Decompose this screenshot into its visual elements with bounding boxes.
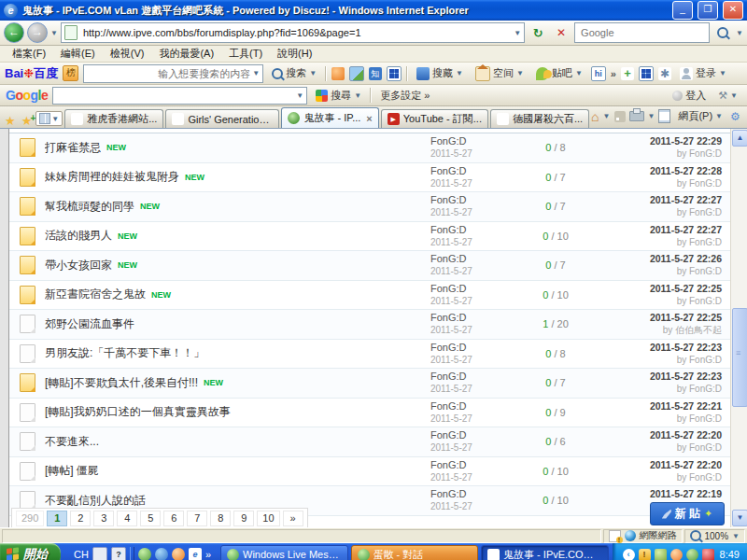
thread-title-link[interactable]: 新亞書院宿舍之鬼故	[45, 287, 146, 302]
thread-title-link[interactable]: 幫我梳頭髮的同學	[45, 199, 134, 215]
lastpost-time-link[interactable]: 2011-5-27 22:23	[599, 342, 722, 354]
lastpost-author-link[interactable]: by FonG:D	[599, 471, 722, 483]
lastpost-time-link[interactable]: 2011-5-27 22:20	[599, 459, 722, 471]
page-button[interactable]: 7	[187, 511, 207, 526]
thread-author-link[interactable]: FonG:D	[430, 224, 513, 236]
apps-grid-icon[interactable]	[387, 66, 402, 81]
thread-title-link[interactable]: 不要進來...	[45, 434, 99, 450]
thread-title-link[interactable]: 男朋友說:「千萬不要下車！！」	[45, 345, 204, 361]
thread-title-link[interactable]: 帶小女孩回家	[45, 258, 112, 273]
browser-tab[interactable]: 鬼故事 - IP... ×	[281, 107, 378, 128]
menu-item[interactable]: 檢視(V)	[104, 46, 151, 62]
lastpost-author-link[interactable]: by FonG:D	[599, 383, 722, 395]
google-search-button[interactable]: 搜尋▼	[312, 87, 365, 105]
page-button[interactable]: 4	[117, 511, 137, 526]
quicklaunch-overflow-icon[interactable]: »	[205, 549, 211, 560]
search-options-icon[interactable]: ▼	[736, 29, 743, 37]
tray-icon[interactable]: !	[639, 549, 651, 560]
lastpost-author-link[interactable]: by FonG:D	[599, 177, 722, 189]
refresh-button[interactable]: ↻	[528, 22, 548, 43]
quick-tabs-button[interactable]: ▼	[35, 111, 63, 126]
lastpost-time-link[interactable]: 2011-5-27 22:20	[599, 429, 722, 441]
url-dropdown-icon[interactable]: ▼	[514, 29, 521, 37]
forward-button[interactable]: →	[27, 22, 48, 43]
page-button[interactable]: 2	[70, 511, 91, 526]
thread-title-link[interactable]: [轉帖] 僵屍	[45, 463, 99, 479]
lastpost-time-link[interactable]: 2011-5-27 22:21	[599, 400, 722, 413]
menu-item[interactable]: 檔案(F)	[6, 46, 52, 62]
thread-author-link[interactable]: FonG:D	[430, 429, 513, 441]
browser-tab[interactable]: Girls' Generation... ×	[165, 109, 279, 128]
thread-author-link[interactable]: FonG:D	[430, 459, 513, 471]
lastpost-time-link[interactable]: 2011-5-27 22:28	[599, 165, 722, 177]
thread-title-link[interactable]: 活該的賤男人	[45, 228, 112, 244]
lastpost-author-link[interactable]: by FonG:D	[599, 441, 722, 454]
lastpost-time-link[interactable]: 2011-5-27 22:27	[599, 224, 722, 236]
favorites-star-icon[interactable]: ★	[3, 114, 18, 128]
lastpost-author-link[interactable]: by FonG:D	[599, 413, 722, 425]
thread-title-link[interactable]: 郊野公園流血事件	[45, 316, 134, 332]
page-button[interactable]: 8	[210, 511, 231, 526]
baidu-rank-icon[interactable]: 榜	[63, 65, 78, 81]
quicklaunch-icon-3[interactable]	[172, 548, 185, 560]
scroll-up-icon[interactable]: ▲	[732, 130, 747, 147]
lastpost-time-link[interactable]: 2011-5-27 22:19	[599, 488, 722, 500]
baidu-search-dropdown-icon[interactable]: ▼	[252, 69, 260, 77]
add-plus-icon[interactable]: +	[621, 67, 634, 80]
page-button[interactable]: 1	[47, 511, 67, 526]
lastpost-time-link[interactable]: 2011-5-27 22:26	[599, 253, 722, 265]
stop-button[interactable]: ✕	[551, 22, 571, 43]
page-button[interactable]: 3	[93, 511, 114, 526]
lastpost-author-link[interactable]: by 伯伯鳥不起	[599, 324, 722, 336]
page-button[interactable]: 10	[257, 511, 279, 526]
baidu-login-button[interactable]: 登录▼	[676, 64, 730, 82]
taskbar-button[interactable]: 蛋散 - 對話	[351, 545, 479, 560]
thread-author-link[interactable]: FonG:D	[430, 253, 513, 265]
taskbar-button[interactable]: 鬼故事 - IPvE.COM v...	[481, 545, 609, 560]
browser-tab[interactable]: 德國屠殺六百... ×	[490, 109, 589, 128]
zoom-panel[interactable]: 100% ▼	[684, 529, 746, 543]
lastpost-time-link[interactable]: 2011-5-27 22:27	[599, 194, 722, 206]
menu-item[interactable]: 我的最愛(A)	[152, 46, 220, 62]
thread-title-link[interactable]: 打麻雀禁忌	[45, 140, 101, 156]
lastpost-author-link[interactable]: by FonG:D	[599, 354, 722, 366]
google-wrench-button[interactable]: ⚒▼	[714, 88, 741, 104]
google-search-input[interactable]	[579, 26, 705, 39]
tray-icon[interactable]: ‹	[623, 549, 635, 560]
baidu-search-input[interactable]	[87, 67, 252, 80]
page-button[interactable]: 5	[140, 511, 161, 526]
add-favorite-icon[interactable]: ★	[20, 114, 35, 128]
start-button[interactable]: 開始	[0, 543, 61, 560]
thread-title-link[interactable]: [轉貼]不要欺負太什,後果自付!!!	[45, 375, 198, 391]
thread-author-link[interactable]: FonG:D	[430, 400, 513, 413]
menu-item[interactable]: 編輯(E)	[54, 46, 102, 62]
thread-title-link[interactable]: [轉貼]我奶奶口述的一個真實靈異故事	[45, 404, 231, 420]
scrollbar-thumb[interactable]	[732, 308, 747, 407]
lastpost-author-link[interactable]: by FonG:D	[599, 236, 722, 248]
tray-icon[interactable]	[655, 549, 667, 560]
lastpost-author-link[interactable]: by FonG:D	[599, 206, 722, 218]
page-warning-icon[interactable]	[609, 530, 621, 542]
thread-author-link[interactable]: FonG:D	[430, 135, 513, 147]
back-button[interactable]: ←	[4, 22, 24, 43]
quicklaunch-icon-1[interactable]	[138, 548, 151, 560]
baidu-space-button[interactable]: 空间▼	[472, 64, 528, 83]
lastpost-time-link[interactable]: 2011-5-27 22:29	[599, 135, 722, 147]
page-button[interactable]: 290	[16, 511, 44, 526]
zhidao-icon[interactable]: 知	[369, 67, 382, 80]
thread-author-link[interactable]: FonG:D	[430, 194, 513, 206]
google-settings-button[interactable]: 更多設定 »	[376, 87, 433, 105]
thread-title-link[interactable]: 妹妹房間裡的娃娃被鬼附身	[45, 169, 179, 185]
thread-title-link[interactable]: 不要亂信別人說的話	[45, 493, 146, 509]
tray-icon[interactable]	[686, 549, 698, 560]
thread-author-link[interactable]: FonG:D	[430, 488, 513, 500]
tray-icon[interactable]	[670, 549, 683, 560]
vertical-scrollbar[interactable]: ▲ ▼	[730, 129, 747, 527]
restore-button[interactable]: ❐	[698, 1, 718, 20]
url-input[interactable]	[81, 26, 510, 39]
lastpost-author-link[interactable]: by FonG:D	[599, 147, 722, 160]
browser-tab[interactable]: YouTube - 訂閱... ×	[381, 109, 488, 128]
tab-close-icon[interactable]: ×	[364, 113, 372, 124]
zoom-dropdown-icon[interactable]: ▼	[732, 532, 740, 540]
printer-icon[interactable]	[629, 111, 644, 121]
